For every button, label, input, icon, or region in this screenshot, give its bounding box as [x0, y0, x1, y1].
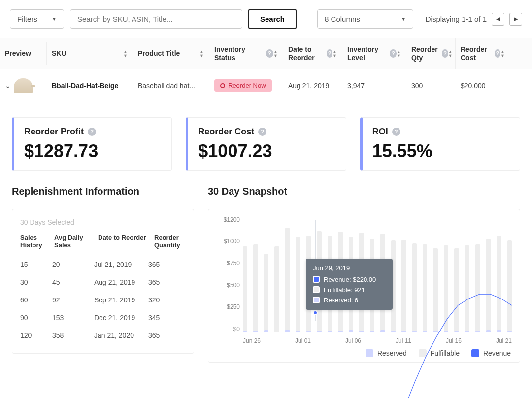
caret-down-icon: ▼ — [52, 16, 57, 22]
replenishment-row: 120358Jan 21, 2020365 — [20, 327, 186, 344]
th-reorder-qty[interactable]: Reorder Qty?▲▼ — [406, 38, 456, 69]
y-axis-labels: $1200$1000$750$500$250$0 — [214, 216, 240, 332]
pager: Displaying 1-1 of 1 ◀ ▶ — [426, 13, 522, 26]
replenishment-table: 30 Days Selected Sales History Avg Daily… — [12, 209, 194, 354]
replenishment-row: 1520Jul 21, 2019365 — [20, 256, 186, 273]
replenishment-row: 6092Sep 21, 2019320 — [20, 291, 186, 309]
product-thumbnail[interactable] — [14, 78, 33, 93]
help-icon[interactable]: ? — [495, 49, 500, 58]
caret-down-icon: ▼ — [401, 16, 406, 22]
metric-value: 15.55% — [372, 141, 510, 162]
pager-prev-button[interactable]: ◀ — [492, 13, 504, 26]
bottom-row: Replenishment Information 30 Days Select… — [0, 176, 532, 372]
cell-inventory-status: Reorder Now — [209, 76, 283, 95]
replenishment-panel: Replenishment Information 30 Days Select… — [12, 186, 194, 363]
chart-tooltip: Jun 29, 2019 Revenue: $220.00 Fulfillabl… — [306, 259, 393, 310]
help-icon[interactable]: ? — [88, 128, 96, 136]
th-preview: Preview — [0, 42, 47, 65]
cell-inventory-level: 3,947 — [342, 79, 406, 93]
sort-icon: ▲▼ — [332, 50, 337, 58]
help-icon[interactable]: ? — [258, 128, 266, 136]
help-icon[interactable]: ? — [327, 49, 332, 58]
reorder-now-badge: Reorder Now — [214, 79, 272, 92]
x-axis-labels: Jun 26Jul 01Jul 06Jul 11Jul 16Jul 21 — [243, 337, 512, 344]
status-dot-icon — [220, 83, 225, 88]
fulfillable-swatch-icon — [313, 286, 320, 293]
cell-product-title: Baseball dad hat... — [133, 79, 209, 93]
sort-icon: ▲▼ — [123, 50, 128, 58]
sort-icon: ▲▼ — [448, 50, 453, 58]
pager-text: Displaying 1-1 of 1 — [426, 15, 487, 23]
expand-chevron-icon[interactable]: ⌄ — [5, 82, 11, 90]
replenishment-row: 90153Dec 21, 2019345 — [20, 309, 186, 327]
cell-preview: ⌄ — [0, 75, 47, 96]
replenishment-row: 3045Aug 21, 2019365 — [20, 273, 186, 291]
help-icon[interactable]: ? — [390, 49, 397, 58]
metric-reorder-profit: Reorder Profit? $1287.73 — [12, 117, 172, 171]
cell-reorder-cost: $20,000 — [456, 79, 510, 93]
metric-value: $1007.23 — [198, 141, 335, 162]
th-inventory-level[interactable]: Inventory Level?▲▼ — [342, 38, 406, 69]
replenishment-title: Replenishment Information — [12, 186, 194, 197]
hover-marker-dot — [313, 310, 318, 315]
table-row[interactable]: ⌄ Bball-Dad-Hat-Beige Baseball dad hat..… — [0, 69, 532, 102]
cell-date-to-reorder: Aug 21, 2019 — [283, 79, 342, 93]
columns-dropdown[interactable]: 8 Columns ▼ — [317, 9, 413, 29]
th-date-to-reorder[interactable]: Date to Reorder?▲▼ — [283, 38, 342, 69]
revenue-swatch-icon — [313, 276, 320, 283]
metric-reorder-cost: Reorder Cost? $1007.23 — [186, 117, 346, 171]
help-icon[interactable]: ? — [442, 49, 448, 58]
pager-next-button[interactable]: ▶ — [509, 13, 522, 26]
metrics-row: Reorder Profit? $1287.73 Reorder Cost? $… — [0, 102, 532, 176]
snapshot-title: 30 Day Snapshot — [208, 186, 520, 197]
replenishment-header: Sales History Avg Daily Sales Date to Re… — [20, 234, 186, 249]
reserved-swatch-icon — [313, 297, 320, 303]
search-button[interactable]: Search — [248, 9, 297, 29]
plot-area: Jun 29, 2019 Revenue: $220.00 Fulfillabl… — [243, 220, 512, 332]
cell-reorder-qty: 300 — [406, 79, 456, 93]
filters-dropdown[interactable]: Filters ▼ — [10, 9, 64, 29]
sort-icon: ▲▼ — [500, 50, 505, 58]
th-sku[interactable]: SKU▲▼ — [47, 42, 133, 65]
sort-icon: ▲▼ — [273, 50, 278, 58]
help-icon[interactable]: ? — [392, 128, 400, 136]
metric-roi: ROI? 15.55% — [360, 117, 520, 171]
snapshot-panel: 30 Day Snapshot $1200$1000$750$500$250$0… — [208, 186, 520, 363]
cell-sku: Bball-Dad-Hat-Beige — [47, 79, 133, 93]
th-reorder-cost[interactable]: Reorder Cost?▲▼ — [456, 38, 510, 69]
th-inventory-status[interactable]: Inventory Status?▲▼ — [209, 38, 283, 69]
table-header: Preview SKU▲▼ Product Title▲▼ Inventory … — [0, 38, 532, 69]
filters-label: Filters — [17, 15, 37, 23]
th-product-title[interactable]: Product Title▲▼ — [133, 42, 209, 65]
columns-label: 8 Columns — [325, 15, 360, 23]
search-input[interactable] — [70, 9, 242, 29]
metric-value: $1287.73 — [24, 141, 162, 162]
toolbar: Filters ▼ Search 8 Columns ▼ Displaying … — [0, 0, 532, 38]
sort-icon: ▲▼ — [200, 50, 204, 58]
snapshot-chart: $1200$1000$750$500$250$0 Jun 29, 2019 Re… — [208, 209, 520, 363]
sort-icon: ▲▼ — [397, 50, 401, 58]
help-icon[interactable]: ? — [266, 49, 274, 58]
days-selected-label: 30 Days Selected — [20, 218, 186, 226]
